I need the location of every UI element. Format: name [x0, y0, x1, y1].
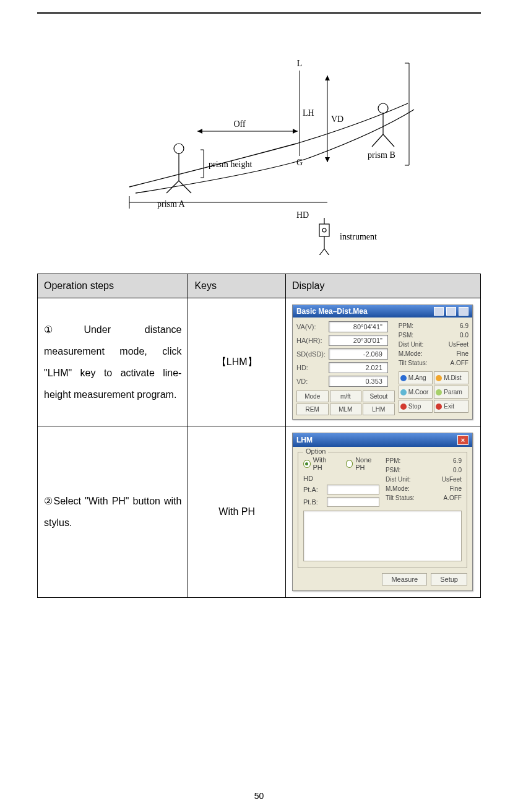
svg-line-17 [315, 249, 324, 255]
du-value: UsFeet [442, 475, 462, 484]
dot-icon [436, 404, 442, 410]
mm-value: Fine [450, 484, 462, 493]
page: prism A prism height Off L G LH VD [0, 0, 518, 812]
label-vd: VD [331, 114, 343, 124]
svg-line-18 [324, 249, 334, 255]
diagram: prism A prism height Off L G LH VD [37, 32, 481, 255]
svg-line-0 [166, 181, 179, 193]
vd-value: 0.353 [329, 376, 388, 387]
label-lh: LH [303, 108, 314, 118]
table-row: ①Under distance measurement mode, click … [38, 298, 481, 426]
label-prism-a: prism A [157, 199, 186, 209]
ts-label: Tilt Status: [386, 493, 415, 503]
lhm-button[interactable]: LHM [363, 404, 395, 415]
dot-icon [436, 389, 442, 395]
step-2-key: With PH [188, 426, 286, 598]
setup-button[interactable]: Setup [431, 573, 467, 585]
step-1-text: ①Under distance measurement mode, click … [38, 298, 188, 426]
radio-none-ph[interactable]: None PH [346, 456, 379, 471]
svg-marker-5 [197, 129, 202, 134]
sd-value: -2.069 [329, 348, 388, 360]
du-label: Dist Unit: [386, 475, 411, 484]
label-l: L [296, 59, 302, 68]
step-1-key: 【LHM】 [188, 298, 286, 426]
m-dist-button[interactable]: M.Dist [434, 371, 468, 384]
label-instrument: instrument [340, 232, 377, 241]
psm-value: 0.0 [453, 465, 462, 475]
page-number: 50 [0, 791, 518, 801]
mlm-button[interactable]: MLM [330, 404, 362, 415]
ppm-label: PPM: [386, 456, 400, 465]
close-icon[interactable]: × [457, 435, 468, 445]
step-2-display: LHM × Option With PH [285, 426, 480, 598]
mm-label: M.Mode: [386, 484, 410, 493]
measure-button[interactable]: Measure [382, 573, 427, 585]
m-coor-button[interactable]: M.Coor [399, 386, 433, 399]
psm-label: PSM: [386, 465, 400, 475]
hd-label: HD [303, 475, 379, 482]
ptb-label: Pt.B: [303, 498, 327, 506]
setout-button[interactable]: Setout [363, 391, 395, 402]
dot-icon [436, 375, 442, 381]
param-button[interactable]: Param [434, 386, 468, 399]
th-operation: Operation steps [38, 274, 188, 298]
mode-button[interactable]: Mode [296, 391, 329, 402]
label-off: Off [233, 119, 246, 129]
ppm-label: PPM: [399, 321, 413, 330]
svg-point-3 [174, 144, 184, 153]
ppm-value: 6.9 [460, 321, 468, 330]
option-group: Option With PH [298, 452, 467, 568]
rem-button[interactable]: REM [296, 404, 329, 415]
mm-value: Fine [457, 349, 468, 358]
vd-label: VD: [296, 378, 329, 385]
titlebar-icon[interactable] [434, 307, 444, 316]
ha-value: 20°30'01" [329, 335, 388, 346]
va-value: 80°04'41" [329, 321, 388, 332]
svg-line-12 [383, 134, 394, 147]
du-label: Dist Unit: [399, 340, 424, 349]
svg-line-1 [179, 181, 191, 193]
dist-mea-titlebar: Basic Mea–Dist.Mea [293, 305, 472, 317]
ts-value: A.OFF [451, 358, 468, 368]
va-label: VA(V): [296, 323, 329, 330]
table-row: ②Select "With PH" button with stylus. Wi… [38, 426, 481, 598]
option-legend: Option [303, 447, 328, 455]
stop-button[interactable]: Stop [399, 400, 433, 413]
pta-input[interactable] [327, 485, 379, 495]
lhm-title: LHM [296, 436, 313, 444]
dist-mea-title: Basic Mea–Dist.Mea [296, 307, 368, 316]
dot-icon [400, 375, 407, 381]
svg-marker-6 [293, 129, 298, 134]
svg-point-14 [378, 103, 388, 113]
psm-value: 0.0 [460, 330, 468, 340]
svg-marker-9 [325, 76, 330, 80]
dot-icon [400, 404, 407, 410]
exit-button[interactable]: Exit [434, 400, 468, 413]
result-area [303, 511, 462, 561]
th-keys: Keys [188, 274, 286, 298]
label-prism-height: prism height [209, 160, 252, 169]
titlebar-icon[interactable] [459, 307, 468, 316]
ptb-input[interactable] [327, 497, 379, 507]
ha-label: HA(HR): [296, 337, 329, 344]
lhm-window: LHM × Option With PH [292, 433, 473, 591]
titlebar-icon[interactable] [446, 307, 456, 316]
svg-rect-20 [319, 224, 329, 236]
dist-mea-window: Basic Mea–Dist.Mea VA(V):80°04'41" HA(HR… [292, 304, 473, 420]
du-value: UsFeet [449, 340, 468, 349]
radio-with-ph[interactable]: With PH [303, 456, 335, 471]
ppm-value: 6.9 [453, 456, 462, 465]
sd-label: SD(dSD): [296, 350, 329, 358]
label-hd: HD [296, 210, 308, 220]
svg-point-21 [322, 228, 326, 232]
hd-value: 2.021 [329, 362, 388, 373]
radio-dot-icon [346, 460, 353, 468]
mm-label: M.Mode: [399, 349, 423, 358]
m-ang-button[interactable]: M.Ang [399, 371, 433, 384]
ts-label: Tilt Status: [399, 358, 428, 368]
top-rule [37, 12, 481, 14]
label-prism-b: prism B [368, 150, 395, 160]
mft-button[interactable]: m/ft [330, 391, 362, 402]
th-display: Display [285, 274, 480, 298]
dot-icon [400, 389, 407, 395]
